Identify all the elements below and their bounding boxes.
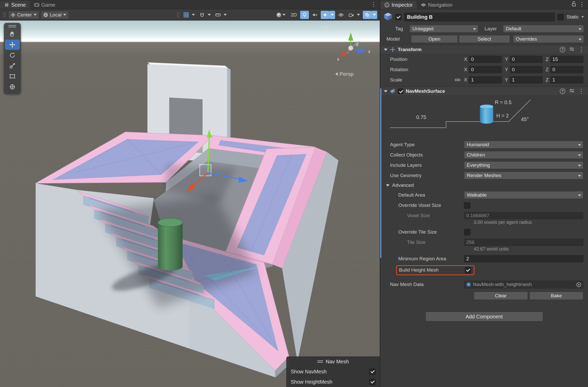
palette-drag-handle[interactable] [8, 25, 16, 27]
inspector-menu-icon[interactable]: ⋮ [579, 1, 585, 7]
tab-navigation[interactable]: Navigation [417, 1, 457, 9]
add-component-button[interactable]: Add Component [425, 312, 543, 321]
navmeshsurface-enabled-checkbox[interactable] [398, 88, 403, 94]
tab-inspector[interactable]: Inspector [380, 1, 417, 9]
tab-scene[interactable]: Scene [0, 1, 30, 9]
rect-tool[interactable] [5, 71, 20, 81]
transform-help-icon[interactable]: ? [560, 47, 565, 52]
navmeshsurface-menu-icon[interactable]: ⋮ [578, 88, 584, 94]
scene-camera-settings[interactable] [347, 11, 356, 19]
scene-viewport[interactable]: x y z Persp Nav Mesh Show NavMesh [0, 21, 380, 387]
pivot-mode-dropdown[interactable]: Center [8, 11, 39, 19]
object-picker-icon[interactable] [576, 282, 582, 289]
grid-options-arrow[interactable] [191, 11, 196, 19]
default-area-dropdown[interactable]: Walkable [464, 191, 583, 199]
position-z-field[interactable]: 15 [550, 56, 583, 63]
navmeshsurface-help-icon[interactable]: ? [560, 88, 565, 94]
position-x-field[interactable]: 0 [469, 56, 502, 63]
transform-foldout-arrow[interactable] [384, 49, 387, 51]
speaker-muted-icon [312, 12, 317, 17]
use-geometry-label: Use Geometry [390, 173, 464, 178]
gizmos-toggle[interactable] [363, 11, 372, 19]
snap-increment-button[interactable] [214, 11, 222, 19]
scene-audio-toggle[interactable] [310, 11, 319, 19]
inspector-lock-icon[interactable] [572, 1, 576, 8]
tag-dropdown[interactable]: Untagged [410, 25, 478, 33]
static-flags-arrow[interactable] [581, 16, 584, 18]
navmeshsurface-foldout-arrow[interactable] [384, 90, 387, 93]
gizmo-center[interactable] [348, 46, 353, 51]
grid-visibility-button[interactable] [182, 11, 191, 19]
use-geometry-dropdown[interactable]: Render Meshes [464, 172, 583, 179]
rotate-tool[interactable] [5, 50, 20, 60]
nav-mesh-data-object-field[interactable]: NavMesh-with_heightmesh [464, 281, 583, 288]
draw-mode-dropdown[interactable] [274, 11, 287, 19]
override-voxel-size-checkbox[interactable] [464, 202, 470, 209]
layer-dropdown[interactable]: Default [503, 25, 584, 33]
gizmo-z-cone[interactable] [358, 48, 367, 53]
show-navmesh-checkbox[interactable] [369, 368, 376, 375]
projection-mode-label[interactable]: Persp [335, 71, 354, 77]
move-tool[interactable] [5, 40, 20, 50]
camera-options-arrow[interactable] [356, 11, 361, 19]
handle-orientation-dropdown[interactable]: Local [41, 11, 69, 19]
navmeshsurface-presets-icon[interactable] [569, 88, 575, 94]
transform-tool[interactable] [5, 82, 20, 92]
scale-y-field[interactable]: 1 [510, 76, 543, 84]
navmeshsurface-component-header[interactable]: NavMeshSurface ? ⋮ [380, 87, 588, 96]
clear-button[interactable]: Clear [474, 292, 528, 300]
transform-component-header[interactable]: Transform ? ⋮ [380, 45, 588, 54]
2d-label: 2D [291, 12, 297, 18]
gameobject-name-field[interactable]: Building B [404, 13, 555, 21]
scale-z-field[interactable]: 1 [550, 76, 583, 84]
override-tile-size-checkbox[interactable] [464, 229, 470, 235]
2d-mode-button[interactable]: 2D [289, 11, 299, 19]
toolbar-drag-handle[interactable] [4, 12, 6, 18]
model-open-button[interactable]: Open [411, 35, 458, 43]
minimum-region-area-field[interactable]: 2 [464, 255, 583, 262]
ruler-icon [215, 12, 221, 17]
view-hand-tool[interactable] [5, 29, 20, 39]
scene-viewport-canvas[interactable] [0, 21, 380, 386]
scene-effects-toggle[interactable] [321, 11, 329, 19]
scale-link-icon[interactable] [455, 78, 460, 82]
model-select-button[interactable]: Select [459, 35, 510, 43]
gizmo-plane-handle[interactable] [200, 164, 211, 176]
scene-orientation-gizmo[interactable]: x y z [329, 25, 373, 70]
include-layers-row: Include Layers Everything [380, 160, 588, 170]
gameobject-active-checkbox[interactable] [395, 14, 402, 20]
scene-lighting-toggle[interactable] [300, 11, 309, 19]
agent-type-dropdown[interactable]: Humanoid [464, 141, 583, 149]
tab-game[interactable]: Game [30, 1, 59, 9]
rotation-y-field[interactable]: 0 [510, 66, 543, 73]
snap-increment-arrow[interactable] [222, 11, 228, 19]
show-heightmesh-label: Show HeightMesh [291, 379, 332, 385]
gameobject-header-row: Building B Static [380, 9, 588, 24]
navmesh-panel-drag-handle[interactable] [317, 360, 323, 364]
transform-menu-icon[interactable]: ⋮ [578, 47, 584, 53]
snap-options-arrow[interactable] [206, 11, 212, 19]
rotation-z-field[interactable]: 0 [550, 66, 583, 73]
bake-button[interactable]: Bake [529, 292, 584, 300]
rotation-x-field[interactable]: 0 [469, 66, 502, 73]
static-checkbox[interactable] [557, 14, 564, 20]
gizmos-options-arrow[interactable] [372, 11, 377, 19]
model-overrides-dropdown[interactable]: Overrides [513, 35, 584, 43]
effects-options-arrow[interactable] [329, 11, 335, 19]
build-height-mesh-checkbox[interactable] [465, 267, 471, 273]
position-y-field[interactable]: 0 [510, 56, 543, 63]
advanced-foldout-arrow[interactable] [386, 184, 390, 187]
advanced-foldout[interactable]: Advanced [380, 181, 588, 190]
scene-strip-menu-icon[interactable]: ⋮ [371, 1, 377, 7]
scene-visibility-toggle[interactable] [337, 11, 345, 19]
agent-type-row: Agent Type Humanoid [380, 140, 588, 150]
collect-objects-dropdown[interactable]: Children [464, 151, 583, 159]
show-heightmesh-checkbox[interactable] [369, 379, 376, 385]
transform-presets-icon[interactable] [569, 47, 575, 52]
snap-toggle-button[interactable] [198, 11, 206, 19]
scale-x-field[interactable]: 1 [469, 76, 502, 84]
include-layers-dropdown[interactable]: Everything [464, 161, 583, 169]
gizmo-y-cone[interactable] [348, 32, 353, 41]
scale-tool[interactable] [5, 61, 20, 71]
toolbar-drag-handle-2[interactable] [177, 12, 179, 18]
